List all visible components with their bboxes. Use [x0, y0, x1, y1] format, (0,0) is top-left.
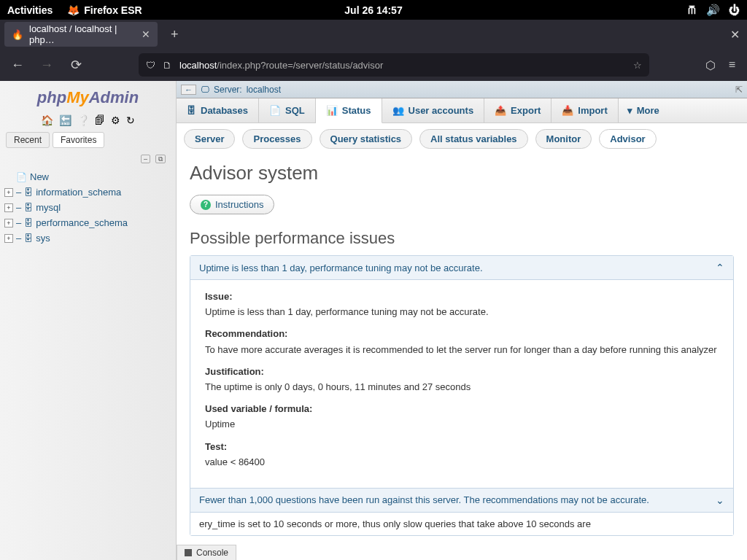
- instructions-label: Instructions: [215, 199, 263, 210]
- issue-header[interactable]: Fewer than 1,000 questions have been run…: [190, 489, 733, 513]
- sql-icon: 📄: [269, 105, 281, 116]
- tree-new[interactable]: 📄 New: [4, 169, 171, 184]
- shield-icon[interactable]: 🛡: [146, 60, 155, 71]
- site-info-icon[interactable]: 🗋: [163, 60, 172, 71]
- test-text: value < 86400: [205, 456, 719, 469]
- expand-icon[interactable]: +: [4, 234, 13, 243]
- tab-close-icon[interactable]: ✕: [142, 28, 150, 40]
- tree-label: New: [30, 171, 49, 182]
- clock[interactable]: Jul 26 14:57: [344, 4, 402, 16]
- new-tab-button[interactable]: +: [163, 27, 186, 42]
- tab-export[interactable]: 📤Export: [484, 98, 551, 122]
- expand-icon[interactable]: +: [4, 188, 13, 197]
- sidebar-tab-recent[interactable]: Recent: [6, 132, 50, 148]
- breadcrumb: ← 🖵 Server: localhost ⇱: [177, 81, 747, 98]
- top-nav: 🗄Databases 📄SQL 📊Status 👥User accounts 📤…: [177, 98, 747, 123]
- issue-title: Fewer than 1,000 questions have been run…: [199, 494, 649, 505]
- active-app[interactable]: 🦊 Firefox ESR: [67, 4, 142, 16]
- window-close-icon[interactable]: ✕: [730, 28, 743, 42]
- reload-button[interactable]: ⟳: [66, 55, 86, 75]
- issue-body: Issue: Uptime is less than 1 day, perfor…: [190, 280, 733, 489]
- status-icon: 📊: [326, 105, 338, 116]
- breadcrumb-back-icon[interactable]: ←: [181, 85, 196, 95]
- new-db-icon: 📄: [16, 172, 27, 182]
- tab-databases[interactable]: 🗄Databases: [177, 98, 259, 122]
- collapse-panel-icon[interactable]: ⇱: [735, 85, 743, 95]
- network-icon[interactable]: ⫚: [686, 4, 697, 16]
- tab-label: SQL: [285, 105, 305, 116]
- sidebar-tab-favorites[interactable]: Favorites: [53, 132, 104, 148]
- browser-toolbar: ← → ⟳ 🛡 🗋 localhost/index.php?route=/ser…: [0, 49, 747, 81]
- browser-tabstrip: 🔥 localhost / localhost | php… ✕ + ✕: [0, 20, 747, 49]
- tree-collapse-icon[interactable]: –: [141, 155, 150, 163]
- justification-text: The uptime is only 0 days, 0 hours, 11 m…: [205, 381, 719, 394]
- tab-user-accounts[interactable]: 👥User accounts: [382, 98, 485, 122]
- browser-tab[interactable]: 🔥 localhost / localhost | php… ✕: [4, 22, 158, 47]
- page-title: Advisor system: [190, 162, 734, 184]
- tab-label: Import: [578, 105, 607, 116]
- tree-link-icon[interactable]: ⧉: [155, 155, 166, 163]
- recommendation-text: To have more accurate averages it is rec…: [205, 343, 719, 357]
- expand-icon[interactable]: +: [4, 203, 13, 212]
- tree-label: sys: [36, 233, 50, 244]
- docs-icon[interactable]: ❔: [77, 114, 90, 126]
- users-icon: 👥: [392, 105, 404, 116]
- expand-icon[interactable]: +: [4, 219, 13, 228]
- tab-sql[interactable]: 📄SQL: [259, 98, 316, 122]
- power-icon[interactable]: ⏻: [729, 4, 740, 16]
- reload-icon[interactable]: ↻: [126, 114, 135, 126]
- hamburger-menu-icon[interactable]: ≡: [729, 58, 735, 72]
- url-bar[interactable]: 🛡 🗋 localhost/index.php?route=/server/st…: [139, 53, 649, 77]
- console-toggle[interactable]: Console: [177, 545, 236, 560]
- tree-label: performance_schema: [36, 217, 128, 228]
- subnav-monitor[interactable]: Monitor: [535, 129, 592, 149]
- subnav-processes[interactable]: Processes: [242, 129, 311, 149]
- subnav-advisor[interactable]: Advisor: [599, 129, 656, 149]
- pma-main: ← 🖵 Server: localhost ⇱ 🗄Databases 📄SQL …: [177, 81, 747, 560]
- issue-text: Uptime is less than 1 day, performance t…: [205, 306, 719, 319]
- test-label: Test:: [205, 440, 719, 454]
- subnav-server[interactable]: Server: [184, 129, 235, 149]
- database-icon: 🗄: [24, 203, 33, 213]
- volume-icon[interactable]: 🔊: [706, 4, 720, 17]
- tree-node[interactable]: +–🗄 information_schema: [4, 184, 171, 200]
- issue-title: Uptime is less than 1 day, performance t…: [199, 262, 483, 273]
- logout-icon[interactable]: 🔚: [59, 114, 71, 126]
- home-icon[interactable]: 🏠: [41, 114, 53, 126]
- subnav-all-status-variables[interactable]: All status variables: [419, 129, 528, 149]
- bookmark-star-icon[interactable]: ☆: [633, 60, 642, 71]
- url-host: localhost: [179, 60, 217, 71]
- variable-text: Uptime: [205, 418, 719, 431]
- issues-accordion: Uptime is less than 1 day, performance t…: [190, 255, 734, 536]
- issue-header[interactable]: Uptime is less than 1 day, performance t…: [190, 256, 733, 280]
- pma-logo[interactable]: phpMyAdmin: [0, 81, 176, 112]
- tab-import[interactable]: 📥Import: [551, 98, 618, 122]
- chevron-down-icon: ⌄: [716, 494, 724, 506]
- sql-doc-icon[interactable]: 🗐: [95, 114, 105, 126]
- firefox-icon: 🦊: [67, 4, 80, 16]
- instructions-button[interactable]: ? Instructions: [190, 195, 274, 214]
- url-path: /index.php?route=/server/status/advisor: [217, 60, 383, 71]
- back-button[interactable]: ←: [7, 55, 28, 75]
- activities-button[interactable]: Activities: [7, 4, 53, 16]
- subnav-query-statistics[interactable]: Query statistics: [320, 129, 413, 149]
- issue-header[interactable]: ery_time is set to 10 seconds or more, t…: [190, 513, 733, 535]
- tab-more[interactable]: ▾More: [619, 98, 668, 122]
- tree-node[interactable]: +–🗄 performance_schema: [4, 215, 171, 230]
- tab-status[interactable]: 📊Status: [316, 98, 382, 123]
- tab-label: More: [637, 105, 659, 116]
- pma-sidebar: phpMyAdmin 🏠 🔚 ❔ 🗐 ⚙ ↻ Recent Favorites …: [0, 81, 177, 560]
- settings-icon[interactable]: ⚙: [111, 114, 120, 126]
- tree-node[interactable]: +–🗄 sys: [4, 230, 171, 246]
- tree-label: mysql: [36, 202, 61, 213]
- pocket-icon[interactable]: ⬡: [705, 58, 716, 72]
- breadcrumb-host[interactable]: localhost: [247, 85, 281, 95]
- favicon: 🔥: [12, 29, 23, 40]
- tree-node[interactable]: +–🗄 mysql: [4, 200, 171, 215]
- tab-title: localhost / localhost | php…: [29, 23, 136, 45]
- tree-label: information_schema: [36, 187, 121, 198]
- console-label: Console: [196, 548, 228, 558]
- database-icon: 🗄: [24, 218, 33, 228]
- tab-label: Export: [511, 105, 541, 116]
- tab-label: Status: [342, 105, 371, 116]
